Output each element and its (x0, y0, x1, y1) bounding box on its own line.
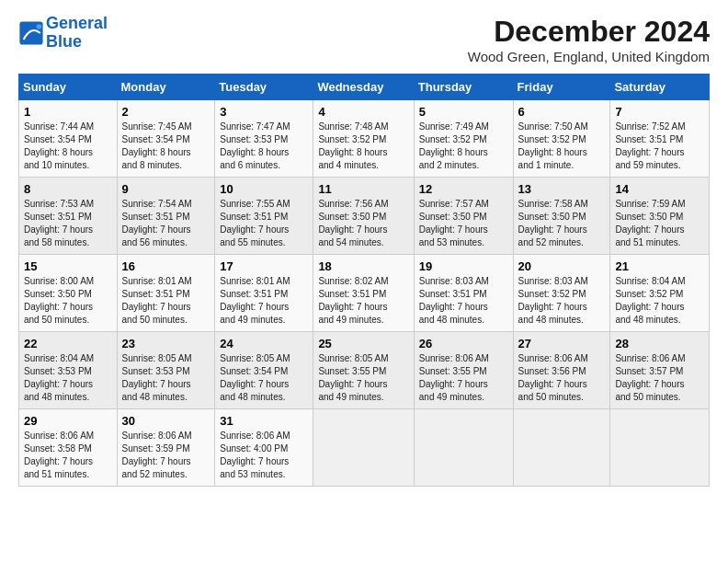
calendar-cell: 4Sunrise: 7:48 AM Sunset: 3:52 PM Daylig… (313, 100, 414, 178)
logo: General Blue (18, 15, 108, 52)
calendar-week-5: 29Sunrise: 8:06 AM Sunset: 3:58 PM Dayli… (19, 409, 710, 487)
header-saturday: Saturday (610, 75, 710, 100)
day-number: 9 (122, 182, 210, 196)
day-info: Sunrise: 8:03 AM Sunset: 3:52 PM Dayligh… (518, 275, 606, 327)
calendar-cell: 3Sunrise: 7:47 AM Sunset: 3:53 PM Daylig… (215, 100, 313, 178)
calendar-cell: 16Sunrise: 8:01 AM Sunset: 3:51 PM Dayli… (117, 255, 215, 332)
day-number: 8 (24, 182, 112, 196)
day-number: 4 (318, 105, 408, 119)
day-info: Sunrise: 7:54 AM Sunset: 3:51 PM Dayligh… (122, 198, 210, 249)
day-number: 31 (220, 414, 308, 428)
day-info: Sunrise: 7:52 AM Sunset: 3:51 PM Dayligh… (615, 121, 704, 172)
day-info: Sunrise: 7:56 AM Sunset: 3:50 PM Dayligh… (318, 198, 408, 249)
calendar-cell: 12Sunrise: 7:57 AM Sunset: 3:50 PM Dayli… (414, 178, 513, 255)
calendar-cell: 14Sunrise: 7:59 AM Sunset: 3:50 PM Dayli… (610, 178, 710, 255)
calendar-cell: 19Sunrise: 8:03 AM Sunset: 3:51 PM Dayli… (414, 255, 513, 332)
day-info: Sunrise: 8:00 AM Sunset: 3:50 PM Dayligh… (24, 275, 112, 327)
calendar-cell: 28Sunrise: 8:06 AM Sunset: 3:57 PM Dayli… (610, 332, 710, 409)
day-info: Sunrise: 8:06 AM Sunset: 4:00 PM Dayligh… (220, 430, 308, 481)
month-title: December 2024 (468, 15, 710, 49)
day-info: Sunrise: 8:05 AM Sunset: 3:53 PM Dayligh… (122, 352, 210, 404)
day-number: 2 (122, 105, 210, 119)
day-number: 18 (318, 259, 408, 273)
day-info: Sunrise: 7:57 AM Sunset: 3:50 PM Dayligh… (419, 198, 508, 249)
header-thursday: Thursday (414, 75, 513, 100)
day-info: Sunrise: 8:03 AM Sunset: 3:51 PM Dayligh… (419, 275, 508, 327)
day-info: Sunrise: 8:06 AM Sunset: 3:56 PM Dayligh… (518, 352, 606, 404)
day-number: 1 (24, 105, 112, 119)
day-number: 19 (419, 259, 508, 273)
svg-point-1 (37, 24, 42, 29)
calendar-cell: 8Sunrise: 7:53 AM Sunset: 3:51 PM Daylig… (19, 178, 118, 255)
logo-text: General Blue (46, 15, 108, 52)
day-info: Sunrise: 8:01 AM Sunset: 3:51 PM Dayligh… (220, 275, 308, 327)
day-info: Sunrise: 7:58 AM Sunset: 3:50 PM Dayligh… (518, 198, 606, 249)
day-number: 5 (419, 105, 508, 119)
calendar-cell (313, 409, 414, 487)
calendar-cell: 25Sunrise: 8:05 AM Sunset: 3:55 PM Dayli… (313, 332, 414, 409)
day-number: 25 (318, 337, 408, 350)
day-info: Sunrise: 7:49 AM Sunset: 3:52 PM Dayligh… (419, 121, 508, 172)
calendar-cell: 27Sunrise: 8:06 AM Sunset: 3:56 PM Dayli… (513, 332, 610, 409)
calendar-cell: 10Sunrise: 7:55 AM Sunset: 3:51 PM Dayli… (215, 178, 313, 255)
day-info: Sunrise: 7:45 AM Sunset: 3:54 PM Dayligh… (122, 121, 210, 172)
page-header: General Blue December 2024 Wood Green, E… (18, 15, 710, 64)
day-number: 20 (518, 259, 606, 273)
day-info: Sunrise: 7:48 AM Sunset: 3:52 PM Dayligh… (318, 121, 408, 172)
calendar-cell (414, 409, 513, 487)
calendar-week-1: 1Sunrise: 7:44 AM Sunset: 3:54 PM Daylig… (19, 100, 710, 178)
calendar-cell: 29Sunrise: 8:06 AM Sunset: 3:58 PM Dayli… (19, 409, 118, 487)
calendar-cell: 7Sunrise: 7:52 AM Sunset: 3:51 PM Daylig… (610, 100, 710, 178)
day-info: Sunrise: 7:47 AM Sunset: 3:53 PM Dayligh… (220, 121, 308, 172)
calendar-cell (513, 409, 610, 487)
day-number: 16 (122, 259, 210, 273)
day-info: Sunrise: 8:06 AM Sunset: 3:57 PM Dayligh… (615, 352, 704, 404)
calendar-cell: 17Sunrise: 8:01 AM Sunset: 3:51 PM Dayli… (215, 255, 313, 332)
day-info: Sunrise: 8:05 AM Sunset: 3:54 PM Dayligh… (220, 352, 308, 404)
day-number: 14 (615, 182, 704, 196)
day-info: Sunrise: 7:55 AM Sunset: 3:51 PM Dayligh… (220, 198, 308, 249)
header-sunday: Sunday (19, 75, 118, 100)
day-info: Sunrise: 8:06 AM Sunset: 3:59 PM Dayligh… (122, 430, 210, 481)
day-number: 23 (122, 337, 210, 350)
day-number: 17 (220, 259, 308, 273)
day-info: Sunrise: 8:02 AM Sunset: 3:51 PM Dayligh… (318, 275, 408, 327)
day-info: Sunrise: 7:44 AM Sunset: 3:54 PM Dayligh… (24, 121, 112, 172)
calendar-cell: 6Sunrise: 7:50 AM Sunset: 3:52 PM Daylig… (513, 100, 610, 178)
day-number: 27 (518, 337, 606, 350)
day-info: Sunrise: 8:04 AM Sunset: 3:53 PM Dayligh… (24, 352, 112, 404)
calendar-cell: 31Sunrise: 8:06 AM Sunset: 4:00 PM Dayli… (215, 409, 313, 487)
header-monday: Monday (117, 75, 215, 100)
day-info: Sunrise: 8:06 AM Sunset: 3:55 PM Dayligh… (419, 352, 508, 404)
day-number: 15 (24, 259, 112, 273)
header-tuesday: Tuesday (215, 75, 313, 100)
calendar-cell: 20Sunrise: 8:03 AM Sunset: 3:52 PM Dayli… (513, 255, 610, 332)
day-info: Sunrise: 7:59 AM Sunset: 3:50 PM Dayligh… (615, 198, 704, 249)
calendar-header-row: SundayMondayTuesdayWednesdayThursdayFrid… (19, 75, 710, 100)
calendar-cell: 9Sunrise: 7:54 AM Sunset: 3:51 PM Daylig… (117, 178, 215, 255)
day-number: 6 (518, 105, 606, 119)
calendar-week-3: 15Sunrise: 8:00 AM Sunset: 3:50 PM Dayli… (19, 255, 710, 332)
day-info: Sunrise: 8:04 AM Sunset: 3:52 PM Dayligh… (615, 275, 704, 327)
day-number: 24 (220, 337, 308, 350)
calendar-week-2: 8Sunrise: 7:53 AM Sunset: 3:51 PM Daylig… (19, 178, 710, 255)
day-info: Sunrise: 8:01 AM Sunset: 3:51 PM Dayligh… (122, 275, 210, 327)
day-number: 10 (220, 182, 308, 196)
day-number: 28 (615, 337, 704, 350)
calendar-cell: 11Sunrise: 7:56 AM Sunset: 3:50 PM Dayli… (313, 178, 414, 255)
calendar-cell: 26Sunrise: 8:06 AM Sunset: 3:55 PM Dayli… (414, 332, 513, 409)
day-number: 26 (419, 337, 508, 350)
title-area: December 2024 Wood Green, England, Unite… (468, 15, 710, 64)
calendar-cell: 21Sunrise: 8:04 AM Sunset: 3:52 PM Dayli… (610, 255, 710, 332)
day-number: 21 (615, 259, 704, 273)
calendar-cell: 15Sunrise: 8:00 AM Sunset: 3:50 PM Dayli… (19, 255, 118, 332)
day-number: 29 (24, 414, 112, 428)
calendar-cell: 2Sunrise: 7:45 AM Sunset: 3:54 PM Daylig… (117, 100, 215, 178)
calendar-cell: 22Sunrise: 8:04 AM Sunset: 3:53 PM Dayli… (19, 332, 118, 409)
calendar-cell: 24Sunrise: 8:05 AM Sunset: 3:54 PM Dayli… (215, 332, 313, 409)
day-number: 22 (24, 337, 112, 350)
calendar-cell: 13Sunrise: 7:58 AM Sunset: 3:50 PM Dayli… (513, 178, 610, 255)
day-info: Sunrise: 7:50 AM Sunset: 3:52 PM Dayligh… (518, 121, 606, 172)
logo-icon (18, 20, 44, 46)
calendar-cell: 1Sunrise: 7:44 AM Sunset: 3:54 PM Daylig… (19, 100, 118, 178)
